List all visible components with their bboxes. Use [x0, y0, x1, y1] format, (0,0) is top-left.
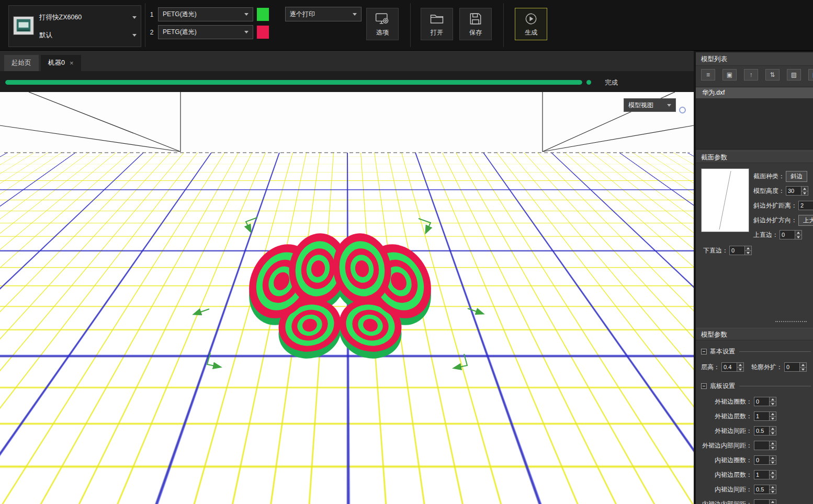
print-mode-select[interactable]: 逐个打印	[285, 7, 362, 21]
model-height-row: 模型高度：	[753, 185, 808, 197]
view-mode-select[interactable]: 模型视图	[624, 98, 676, 112]
bevel-offset-input[interactable]	[798, 201, 813, 210]
section-kind-button[interactable]: 斜边	[786, 171, 807, 182]
model-height-input[interactable]	[786, 186, 801, 196]
pattern-icon[interactable]: ▨	[787, 69, 801, 81]
param-stepper[interactable]	[754, 499, 776, 504]
material-2-select[interactable]: PETG(遮光)	[158, 25, 253, 39]
param-input[interactable]	[754, 441, 770, 450]
material-row-1: 1 PETG(透光)	[149, 7, 269, 21]
top-edge-input[interactable]	[780, 230, 795, 239]
param-row: 内裙边内部间距：	[700, 498, 812, 504]
list-view-icon[interactable]: ≡	[701, 69, 715, 81]
param-stepper[interactable]	[754, 411, 776, 421]
outline-expand-stepper[interactable]	[784, 362, 807, 372]
progress-handle[interactable]	[586, 80, 591, 85]
param-stepper[interactable]	[754, 397, 776, 406]
printer-selector-group: 打得快ZX6060 默认	[8, 5, 141, 47]
decrement-button[interactable]	[800, 367, 806, 372]
printer-model-select[interactable]: 打得快ZX6060	[39, 10, 137, 25]
increment-button[interactable]	[770, 500, 776, 504]
increment-button[interactable]	[770, 471, 776, 475]
param-stepper[interactable]	[754, 455, 776, 465]
section-title: 模型参数	[701, 331, 727, 338]
tab-machine0[interactable]: 机器0 ×	[41, 55, 81, 71]
decrement-button[interactable]	[770, 445, 776, 450]
material-1-select[interactable]: PETG(透光)	[158, 7, 253, 21]
increment-button[interactable]	[770, 441, 776, 445]
model-height-stepper[interactable]	[786, 186, 808, 196]
param-input[interactable]	[754, 455, 770, 465]
printer-profile-select[interactable]: 默认	[39, 28, 137, 42]
increment-button[interactable]	[795, 231, 801, 235]
increment-button[interactable]	[801, 187, 808, 191]
bevel-offset-stepper[interactable]	[798, 201, 813, 210]
material-2-color-swatch[interactable]	[256, 25, 269, 39]
options-button[interactable]: 选项	[366, 8, 399, 40]
decrement-button[interactable]	[737, 367, 743, 372]
collapse-icon[interactable]	[701, 383, 707, 389]
close-icon[interactable]: ×	[70, 59, 74, 67]
layer-height-input[interactable]	[721, 362, 737, 372]
increment-button[interactable]	[770, 485, 776, 489]
save-button[interactable]: 保存	[459, 8, 492, 40]
model-list-item[interactable]: 华为.dxf	[696, 87, 813, 98]
param-stepper[interactable]	[754, 426, 776, 436]
param-stepper[interactable]	[754, 470, 776, 479]
material-1-color-swatch[interactable]	[256, 7, 269, 21]
top-edge-stepper[interactable]	[780, 230, 802, 239]
increment-button[interactable]	[770, 456, 776, 460]
viewport-3d[interactable]: 模型视图	[0, 92, 694, 504]
field-label: 下直边：	[703, 246, 728, 255]
decrement-button[interactable]	[745, 250, 751, 255]
decrement-button[interactable]	[795, 235, 801, 239]
increment-button[interactable]	[770, 412, 776, 416]
tab-label: 机器0	[48, 59, 65, 67]
outline-expand-input[interactable]	[784, 362, 800, 372]
model-butterfly[interactable]	[230, 223, 450, 369]
generate-button[interactable]: 生成	[515, 8, 547, 40]
decrement-button[interactable]	[770, 402, 776, 406]
bottom-edge-stepper[interactable]	[729, 246, 752, 255]
basic-settings-group[interactable]: 基本设置	[701, 346, 811, 357]
move-up-icon[interactable]: ↑	[744, 69, 758, 81]
decrement-button[interactable]	[770, 460, 776, 465]
decrement-button[interactable]	[770, 489, 776, 494]
more-icon[interactable]: ▤	[808, 69, 813, 81]
param-stepper[interactable]	[754, 485, 776, 494]
param-input[interactable]	[754, 426, 770, 436]
increment-button[interactable]	[770, 427, 776, 431]
chevron-down-icon	[132, 34, 137, 39]
model-list: 华为.dxf	[696, 87, 813, 150]
param-input[interactable]	[754, 499, 770, 504]
decrement-button[interactable]	[770, 416, 776, 421]
decrement-button[interactable]	[801, 191, 808, 196]
increment-button[interactable]	[800, 363, 806, 367]
viewport-slider-handle[interactable]	[679, 107, 686, 113]
param-input[interactable]	[754, 397, 770, 406]
decrement-button[interactable]	[770, 475, 776, 479]
param-row: 外裙边内部间距：	[700, 439, 812, 452]
model-params-header[interactable]: 模型参数	[696, 328, 813, 340]
layer-height-stepper[interactable]	[721, 362, 744, 372]
param-input[interactable]	[754, 485, 770, 494]
sort-icon[interactable]: ⇅	[765, 69, 780, 81]
chamber-wall-edges	[0, 92, 694, 152]
increment-button[interactable]	[770, 397, 776, 402]
bottom-edge-input[interactable]	[729, 246, 745, 255]
icon-glyph: ⇅	[770, 71, 775, 78]
open-button[interactable]: 打开	[421, 8, 453, 40]
bevel-direction-button[interactable]: 上大	[798, 215, 813, 226]
base-plate-settings-group[interactable]: 底板设置	[701, 381, 811, 391]
collapse-icon[interactable]	[701, 349, 707, 354]
decrement-button[interactable]	[770, 431, 776, 436]
snapshot-icon[interactable]: ▣	[722, 69, 737, 81]
increment-button[interactable]	[745, 246, 751, 250]
param-input[interactable]	[754, 411, 770, 421]
param-input[interactable]	[754, 470, 770, 479]
param-stepper[interactable]	[754, 441, 776, 450]
field-label: 内裙边间距：	[700, 485, 752, 494]
section-params-header[interactable]: 截面参数	[696, 151, 813, 163]
increment-button[interactable]	[737, 363, 743, 367]
tab-start-page[interactable]: 起始页	[4, 55, 39, 71]
